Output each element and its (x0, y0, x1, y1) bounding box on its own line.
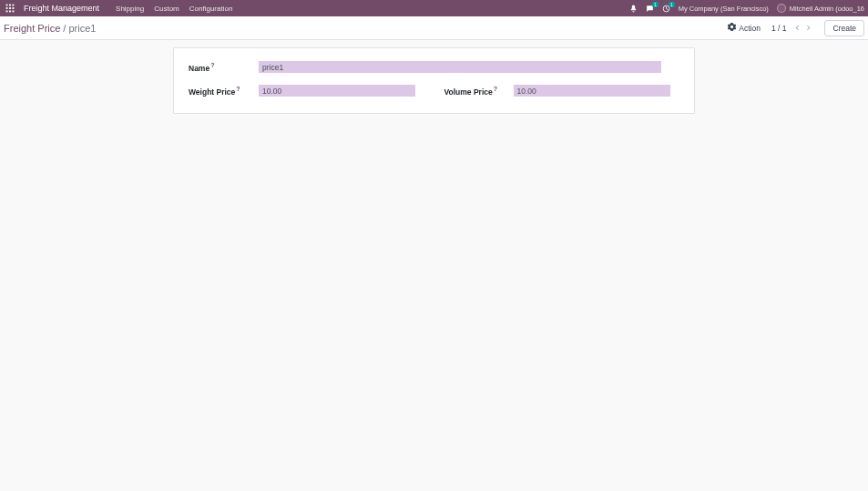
navbar: Freight Management Shipping Custom Confi… (0, 0, 868, 16)
svg-rect-3 (5, 7, 7, 9)
pager: 1 / 1 (771, 23, 814, 34)
svg-rect-5 (12, 7, 14, 9)
activity-badge: 1 (669, 2, 675, 7)
company-selector[interactable]: My Company (San Francisco) (679, 5, 769, 13)
weight-label: Weight Price? (189, 86, 259, 97)
gear-icon (728, 23, 736, 33)
name-input[interactable] (259, 61, 661, 73)
volume-col: Volume Price? (444, 85, 680, 97)
nav-item-configuration[interactable]: Configuration (189, 5, 233, 13)
nav-menu: Shipping Custom Configuration (116, 5, 232, 13)
required-mark: ? (494, 86, 497, 92)
navbar-left: Freight Management Shipping Custom Confi… (4, 3, 232, 15)
pager-next[interactable] (802, 23, 813, 34)
svg-rect-4 (9, 7, 11, 9)
weight-col: Weight Price? (189, 85, 424, 97)
volume-label: Volume Price? (444, 86, 514, 97)
required-mark: ? (210, 62, 214, 68)
breadcrumb-current: price1 (68, 23, 96, 34)
control-panel-right: Action 1 / 1 Create (728, 20, 864, 36)
weight-price-input[interactable] (259, 85, 415, 97)
navbar-right: 1 1 My Company (San Francisco) Mitchell … (629, 4, 864, 13)
breadcrumb-link[interactable]: Freight Price (4, 23, 60, 34)
chat-badge: 1 (652, 2, 659, 7)
activity-icon[interactable]: 1 (662, 5, 670, 13)
breadcrumb-separator: / (63, 23, 66, 34)
user-menu[interactable]: Mitchell Admin (odoo_16 (777, 4, 864, 13)
svg-rect-8 (12, 11, 14, 13)
nav-item-custom[interactable]: Custom (154, 5, 179, 13)
breadcrumb: Freight Price / price1 (4, 23, 96, 34)
user-name: Mitchell Admin (odoo_16 (790, 5, 864, 13)
svg-rect-1 (9, 5, 11, 6)
control-panel: Freight Price / price1 Action 1 / 1 Crea… (0, 16, 868, 40)
svg-rect-7 (9, 11, 11, 13)
pager-text[interactable]: 1 / 1 (771, 24, 787, 33)
chat-icon[interactable]: 1 (646, 5, 654, 13)
notification-icon[interactable] (629, 5, 638, 13)
svg-rect-2 (12, 5, 14, 6)
pager-prev[interactable] (791, 23, 802, 34)
pager-nav (791, 23, 813, 34)
app-title[interactable]: Freight Management (24, 4, 99, 13)
action-label: Action (739, 24, 761, 33)
form-row-prices: Weight Price? Volume Price? (189, 85, 679, 97)
nav-item-shipping[interactable]: Shipping (116, 5, 144, 13)
create-button[interactable]: Create (824, 20, 864, 36)
form-row-name: Name? (189, 61, 679, 73)
apps-icon[interactable] (4, 3, 15, 15)
svg-rect-6 (5, 11, 7, 13)
svg-rect-0 (5, 5, 7, 6)
action-button[interactable]: Action (728, 23, 761, 33)
name-label: Name? (189, 62, 259, 73)
form-sheet: Name? Weight Price? Volume Price? (173, 47, 695, 114)
required-mark: ? (236, 86, 240, 92)
volume-price-input[interactable] (514, 85, 670, 97)
avatar (777, 4, 786, 13)
